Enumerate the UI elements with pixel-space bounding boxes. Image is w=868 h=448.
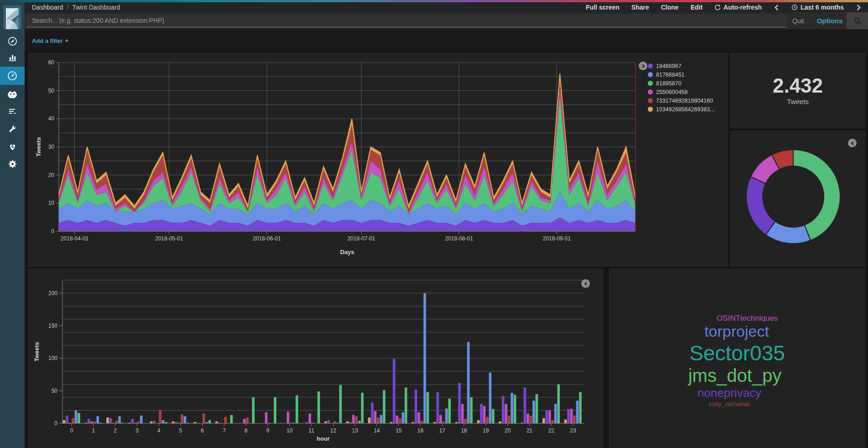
legend-item[interactable]: 81895870 <box>648 79 715 88</box>
legend-item[interactable]: 10349268564269383... <box>648 105 715 114</box>
search-submit-button[interactable] <box>847 12 868 29</box>
edit-button[interactable]: Edit <box>691 4 703 11</box>
time-prev-button[interactable] <box>774 4 780 11</box>
donut-chart <box>731 131 865 266</box>
legend-item[interactable]: 2550600458 <box>648 88 715 96</box>
svg-text:13: 13 <box>352 427 358 434</box>
sidebar-item-monitoring[interactable] <box>0 137 25 156</box>
legend-label: 10349268564269383... <box>656 106 715 113</box>
gauge-dashboard-icon <box>7 70 18 81</box>
search-input[interactable] <box>26 14 787 27</box>
sidebar-item-dev-tools[interactable] <box>0 120 25 138</box>
chevron-right-icon <box>641 64 646 68</box>
compass-icon <box>7 36 18 47</box>
svg-text:2018-04-01: 2018-04-01 <box>61 235 89 242</box>
kibana-logo[interactable] <box>3 5 21 29</box>
tagcloud-word[interactable]: noneprivacy <box>698 387 761 399</box>
svg-text:4: 4 <box>157 427 160 434</box>
legend-label: 2550600458 <box>656 89 688 95</box>
quit-button[interactable]: Quit <box>792 17 804 25</box>
tagcloud-word[interactable]: torproject <box>704 323 769 339</box>
breadcrumb-separator: / <box>67 4 69 11</box>
panel-tweets-timeseries: 2018-04-012018-05-012018-06-012018-07-01… <box>28 53 728 266</box>
options-button[interactable]: Options <box>817 17 843 25</box>
legend-swatch <box>648 72 653 77</box>
legend-swatch <box>648 63 653 68</box>
tagcloud-word[interactable]: cody_zacharias <box>709 401 750 407</box>
svg-text:8: 8 <box>244 427 248 434</box>
chevron-left-icon <box>774 4 780 11</box>
area-chart: 2018-04-012018-05-012018-06-012018-07-01… <box>29 53 728 266</box>
svg-text:200: 200 <box>48 290 57 297</box>
share-button[interactable]: Share <box>631 4 649 11</box>
bar-chart-icon <box>7 52 18 63</box>
legend-swatch <box>648 81 653 86</box>
svg-text:50: 50 <box>52 388 58 394</box>
svg-text:100: 100 <box>48 355 57 361</box>
time-picker-button[interactable]: Last 6 months <box>791 4 844 11</box>
svg-text:Tweets: Tweets <box>33 342 40 361</box>
sidebar-item-visualize[interactable] <box>0 48 25 66</box>
tagcloud-word[interactable]: OSINTtechniques <box>717 314 778 322</box>
svg-text:60: 60 <box>48 59 55 66</box>
svg-text:hour: hour <box>317 435 330 442</box>
full-screen-button[interactable]: Full screen <box>586 4 620 11</box>
legend-item[interactable]: 817668451 <box>648 70 715 79</box>
svg-text:17: 17 <box>439 427 445 434</box>
sidebar-item-sentinl[interactable] <box>0 85 25 104</box>
svg-text:23: 23 <box>570 427 576 434</box>
svg-text:10: 10 <box>48 200 55 206</box>
sidebar-item-management[interactable] <box>0 155 25 173</box>
legend-item[interactable]: 733174692819804160 <box>648 96 715 105</box>
filter-bar: Add a filter+ <box>25 29 868 51</box>
chevron-left-icon <box>584 281 588 286</box>
search-bar-row: Quit Options <box>25 12 868 29</box>
svg-text:22: 22 <box>548 427 554 434</box>
tagcloud-word[interactable]: Sector035 <box>689 343 785 364</box>
svg-text:16: 16 <box>418 427 424 434</box>
time-next-button[interactable] <box>856 4 862 11</box>
owl-face-icon <box>7 89 18 100</box>
svg-text:40: 40 <box>48 115 55 122</box>
tagcloud-word[interactable]: jms_dot_py <box>688 366 782 385</box>
svg-text:2: 2 <box>114 427 117 434</box>
legend-label: 733174692819804160 <box>656 98 713 104</box>
gear-icon <box>7 159 18 169</box>
auto-refresh-button[interactable]: Auto-refresh <box>714 4 762 11</box>
svg-text:2018-09-01: 2018-09-01 <box>542 235 571 242</box>
svg-text:30: 30 <box>48 144 55 150</box>
svg-text:20: 20 <box>48 172 55 178</box>
panel-user-tagcloud: OSINTtechniquestorprojectSector035jms_do… <box>609 269 865 448</box>
legend-swatch <box>648 89 653 94</box>
plus-icon: + <box>65 36 69 44</box>
add-filter-button[interactable]: Add a filter+ <box>32 36 69 44</box>
navbar-menu: Full screen Share Clone Edit Auto-refres… <box>586 4 868 11</box>
svg-text:6: 6 <box>201 427 204 434</box>
panel-tweet-count-metric: 2.432 Tweets <box>730 53 865 128</box>
breadcrumb-dashboard-link[interactable]: Dashboard <box>32 4 63 11</box>
sidebar-item-discover[interactable] <box>0 32 25 50</box>
chevron-right-icon <box>856 4 862 11</box>
sidebar-item-logtrail[interactable] <box>0 102 25 120</box>
svg-text:20: 20 <box>505 427 511 434</box>
legend-item[interactable]: 18466967 <box>648 62 715 70</box>
legend-swatch <box>648 98 653 103</box>
legend-toggle-button[interactable] <box>639 62 647 70</box>
clone-button[interactable]: Clone <box>661 4 679 11</box>
legend-label: 817668451 <box>656 72 685 78</box>
svg-text:7: 7 <box>222 427 226 434</box>
wrench-icon <box>7 124 18 134</box>
legend-toggle-button[interactable] <box>848 139 857 147</box>
svg-text:9: 9 <box>266 427 269 434</box>
sidebar-item-dashboard[interactable] <box>0 67 25 85</box>
legend-label: 18466967 <box>656 63 682 69</box>
svg-text:2018-07-01: 2018-07-01 <box>347 235 376 242</box>
top-navbar: Dashboard / Twint Dashboard Full screen … <box>25 2 868 12</box>
sidebar <box>0 2 25 448</box>
log-lines-icon <box>7 106 18 116</box>
svg-text:21: 21 <box>527 427 533 434</box>
bar-chart: 0123456789101112131415161718192021222305… <box>29 269 603 448</box>
legend-toggle-button[interactable] <box>581 279 590 288</box>
svg-text:0: 0 <box>70 427 73 434</box>
svg-text:15: 15 <box>396 427 402 434</box>
